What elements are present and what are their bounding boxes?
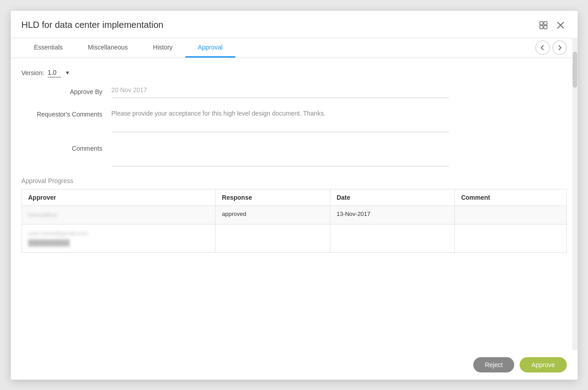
approve-by-label: Approve By [22,86,112,95]
col-approver: Approver [22,189,215,206]
dialog-header: HLD for data center implementation [11,11,578,38]
row2-approver-blurred: user.name@gmail.com██████████ [28,229,209,248]
dialog-container: HLD for data center implementation Esse [11,11,578,380]
dialog-footer: Reject Approve [11,350,578,380]
version-dropdown-icon[interactable]: ▼ [65,70,70,76]
version-value: 1.0 [48,69,61,77]
table-row: user.name@gmail.com██████████ [22,224,566,253]
tab-next-button[interactable] [552,40,567,55]
version-row: Version: 1.0 ▼ [22,69,567,77]
svg-rect-3 [544,26,547,29]
tab-prev-button[interactable] [535,40,550,55]
comments-row: Comments [22,143,567,166]
col-date: Date [330,189,455,206]
comments-field [112,143,449,166]
col-comment: Comment [454,189,566,206]
requestor-comments-field: Please provide your acceptance for this … [112,109,449,132]
row1-approver: francedfluo [22,206,215,224]
row1-approver-blurred: francedfluo [28,211,209,220]
approval-progress-section: Approval Progress Approver Response Date… [22,177,567,253]
reject-button[interactable]: Reject [473,357,515,372]
tab-nav-buttons [535,40,567,55]
row1-date: 13-Nov-2017 [330,206,455,224]
row2-approver: user.name@gmail.com██████████ [22,224,215,253]
svg-rect-0 [540,22,543,25]
comments-value[interactable] [112,143,449,166]
svg-rect-2 [540,26,543,29]
approve-button[interactable]: Approve [520,357,566,372]
dialog-content: Version: 1.0 ▼ Approve By 20 Nov 2017 Re… [11,58,578,380]
version-label: Version: [22,69,45,76]
scrollbar-thumb[interactable] [573,52,577,88]
approve-by-row: Approve By 20 Nov 2017 [22,86,567,98]
approval-table-header: Approver Response Date Comment [22,189,566,206]
row2-date [330,224,455,253]
approve-by-field: 20 Nov 2017 [112,86,449,98]
table-row: francedfluo approved 13-Nov-2017 [22,206,566,224]
approval-table: Approver Response Date Comment francedfl… [22,189,567,253]
tab-essentials[interactable]: Essentials [22,38,76,58]
row2-comment [454,224,566,253]
dialog-title: HLD for data center implementation [22,20,164,30]
dialog-header-icons [537,19,567,31]
tabs-bar: Essentials Miscellaneous History Approva… [11,38,578,58]
tabs-list: Essentials Miscellaneous History Approva… [22,38,535,58]
tab-approval[interactable]: Approval [185,38,235,58]
tab-miscellaneous[interactable]: Miscellaneous [75,38,140,58]
approve-by-value[interactable]: 20 Nov 2017 [112,86,449,98]
requestor-comments-row: Requestor's Comments Please provide your… [22,109,567,132]
tab-history[interactable]: History [140,38,185,58]
scrollbar[interactable] [572,38,578,380]
close-icon[interactable] [554,19,567,31]
row2-response [215,224,330,253]
expand-icon[interactable] [537,19,550,31]
requestor-comments-label: Requestor's Comments [22,109,112,118]
row1-response: approved [215,206,330,224]
approval-progress-title: Approval Progress [22,177,567,184]
comments-label: Comments [22,143,112,152]
col-response: Response [215,189,330,206]
svg-rect-1 [544,22,547,25]
row1-comment [454,206,566,224]
requestor-comments-value: Please provide your acceptance for this … [112,109,449,132]
